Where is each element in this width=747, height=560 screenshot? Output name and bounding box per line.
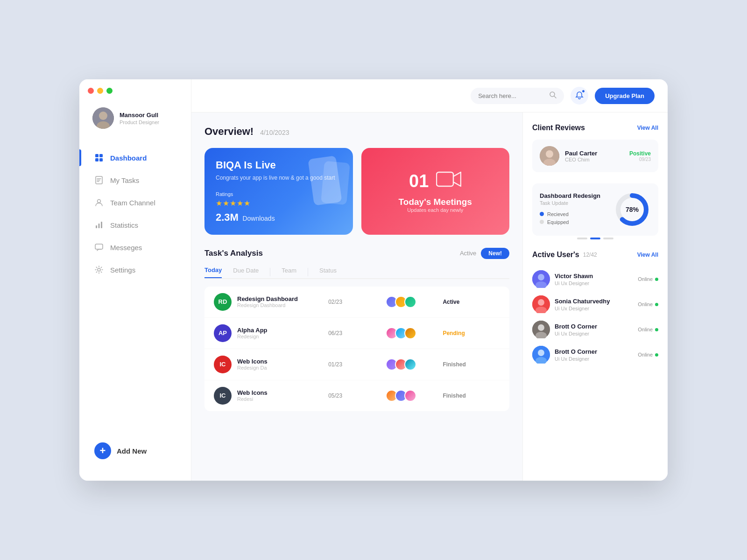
task-tabs: Today Due Date Team Status (204, 266, 509, 278)
svg-point-21 (546, 150, 553, 158)
tab-status[interactable]: Status (319, 267, 337, 278)
svg-rect-14 (101, 222, 102, 228)
biqa-subtitle: Congrats your app is live now & got a go… (216, 174, 342, 182)
new-badge[interactable]: New! (481, 248, 509, 259)
task-table: RD Redesign Dashboard Redesign Dashboard… (204, 287, 509, 411)
downloads-count: 2.3M (216, 211, 239, 223)
donut-label: 78% (626, 206, 639, 213)
minimize-button[interactable] (97, 88, 103, 94)
meeting-sub: Updates each day newly (407, 207, 463, 213)
maximize-button[interactable] (106, 88, 113, 94)
active-users-section: Active User's 12/42 View All Victor Shaw… (532, 251, 658, 367)
online-dot (655, 303, 658, 306)
task-status: Pending (443, 330, 500, 336)
slide-dot-active[interactable] (590, 238, 600, 239)
user-name: Victor Shawn (555, 273, 593, 280)
task-name: Web Icons (237, 389, 268, 396)
reviewer-role: CEO Chim (565, 157, 597, 162)
svg-rect-12 (96, 225, 97, 228)
sidebar-item-statistics[interactable]: Statistics (87, 215, 183, 235)
reviews-view-all[interactable]: View All (637, 125, 658, 131)
svg-rect-3 (95, 154, 99, 157)
team-avatar (404, 390, 416, 402)
user-role: Ui Ux Designer (555, 331, 597, 336)
sidebar-item-label: My Tasks (110, 176, 139, 184)
user-count: 12/42 (583, 252, 597, 258)
downloads-label: Downloads (242, 215, 275, 222)
main-content: Upgrade Plan Overview! 4/10/2023 BIQA Is… (191, 79, 668, 481)
review-card: Paul Carter CEO Chim Positive 09/23 (532, 140, 658, 172)
users-view-all[interactable]: View All (637, 252, 658, 258)
sidebar-item-team-channel[interactable]: Team Channel (87, 192, 183, 213)
task-sub: Redesign Da (237, 365, 268, 371)
online-status: Online (638, 352, 658, 357)
team-avatar (404, 296, 416, 308)
tab-today[interactable]: Today (204, 266, 222, 278)
add-new-label: Add New (117, 447, 147, 455)
search-icon (550, 91, 557, 100)
team-avatars (386, 327, 443, 339)
notification-button[interactable] (571, 87, 588, 105)
task-info: IC Web Icons Redesign Da (214, 356, 328, 373)
sidebar-item-label: Team Channel (110, 199, 155, 207)
close-button[interactable] (88, 88, 94, 94)
task-avatar: AP (214, 324, 232, 342)
avatar-image (92, 107, 114, 129)
online-dot (655, 278, 658, 281)
overview-title: Overview! (204, 126, 254, 138)
search-box[interactable] (471, 88, 564, 104)
tab-due-date[interactable]: Due Date (233, 267, 259, 278)
progress-card: Dashboard Redesign Task Update Recieved … (532, 183, 658, 236)
user-role: Ui Ux Designer (555, 356, 597, 362)
review-date: 09/23 (629, 157, 651, 162)
svg-rect-19 (437, 172, 453, 186)
sidebar: Mansoor Gull Product Designer Dashboard (79, 79, 191, 481)
team-icon (94, 198, 104, 207)
legend-equipped: Equipped (540, 219, 606, 225)
review-avatar (540, 146, 559, 166)
table-row: IC Web Icons Redesi 05/23 (204, 380, 509, 411)
upgrade-button[interactable]: Upgrade Plan (595, 88, 655, 104)
meeting-number: 01 (409, 171, 429, 191)
task-name: Web Icons (237, 358, 268, 365)
add-icon: + (94, 442, 111, 459)
overview-header: Overview! 4/10/2023 (204, 126, 509, 138)
progress-info: Dashboard Redesign Task Update Recieved … (540, 192, 606, 227)
list-item: Sonia Chaturvedhy Ui Ux Designer Online (532, 292, 658, 317)
user-role: Ui Ux Designer (555, 306, 610, 311)
sentiment-label: Positive (629, 150, 651, 157)
task-info: RD Redesign Dashboard Redesign Dashboard (214, 293, 328, 311)
task-section-header: Task's Analysis Active New! (204, 248, 509, 259)
user-avatar (532, 270, 550, 288)
sidebar-item-label: Settings (110, 266, 135, 274)
table-row: RD Redesign Dashboard Redesign Dashboard… (204, 287, 509, 318)
add-new-button[interactable]: + Add New (79, 435, 191, 467)
sidebar-item-messages[interactable]: Messeges (87, 237, 183, 258)
search-input[interactable] (478, 92, 546, 99)
active-label: Active (460, 250, 476, 257)
topbar: Upgrade Plan (191, 79, 668, 112)
user-name: Mansoor Gull (120, 112, 159, 119)
svg-rect-5 (95, 158, 99, 161)
phone-deco-2 (321, 161, 350, 205)
sidebar-item-my-tasks[interactable]: My Tasks (87, 170, 183, 190)
user-role: Product Designer (120, 119, 159, 125)
list-item: Victor Shawn Ui Ux Designer Online (532, 266, 658, 292)
sidebar-item-settings[interactable]: Settings (87, 259, 183, 280)
progress-sub: Task Update (540, 200, 606, 206)
slide-dot[interactable] (577, 238, 587, 239)
legend-dot-blue (540, 212, 544, 216)
task-info: IC Web Icons Redesi (214, 387, 328, 405)
task-status: Finished (443, 361, 500, 368)
notification-dot (582, 90, 585, 93)
slide-dot[interactable] (603, 238, 613, 239)
tab-team[interactable]: Team (282, 267, 296, 278)
task-date: 05/23 (328, 392, 386, 399)
main-panel: Overview! 4/10/2023 BIQA Is Live Congrat… (191, 112, 523, 481)
sidebar-item-dashboard[interactable]: Dashboard (87, 147, 183, 168)
tab-divider (270, 268, 270, 276)
grid-icon (94, 153, 104, 162)
legend-dot-gray (540, 220, 544, 224)
task-analysis-section: Task's Analysis Active New! Today Due Da… (204, 248, 509, 411)
table-row: IC Web Icons Redesign Da 01/23 (204, 349, 509, 380)
